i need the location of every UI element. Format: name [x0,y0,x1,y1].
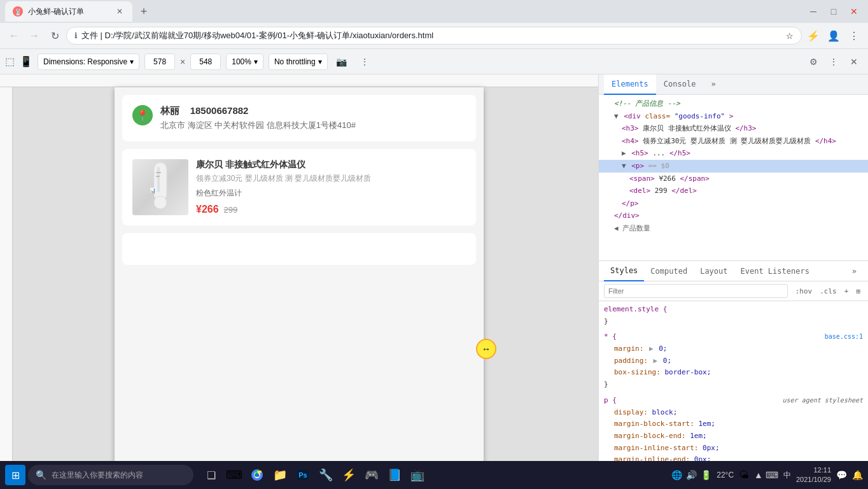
html-span-price[interactable]: <span> ¥266 </span> [599,173,868,185]
taskbar-tv-icon[interactable]: 📺 [407,465,428,485]
taskbar-search[interactable]: 🔍 在这里输入你要搜索的内容 [28,465,193,485]
system-clock[interactable]: 12:11 2021/10/29 [796,465,831,485]
menu-button[interactable]: ⋮ [845,27,863,45]
dimensions-select[interactable]: Dimensions: Responsive ▾ [38,53,139,70]
taskbar-tool-icon[interactable]: 🔧 [316,465,336,485]
html-h4-line[interactable]: <h4> 领券立减30元 婴儿级材质 测 婴儿级材质婴儿级材质 </h4> [599,135,868,148]
tab-more[interactable]: » [846,261,863,281]
styles-content: element.style { } * { base.css:1 margin:… [599,301,868,485]
notification-icon[interactable]: 🔔 [852,470,863,480]
search-placeholder-text: 在这里输入你要搜索的内容 [52,470,143,481]
person-name: 林丽 18500667882 [160,105,466,117]
tab-console[interactable]: Console [656,74,704,95]
capture-screenshot-icon[interactable]: 📷 [333,53,351,71]
chevron-up-icon[interactable]: ▲ [754,470,763,480]
device-mode-icon[interactable]: 📱 [20,55,32,67]
tab-close-button[interactable]: ✕ [115,6,125,17]
taskbar-app-icon[interactable]: 🎮 [361,465,382,485]
ime-indicator: 中 [783,470,791,481]
html-h5-line[interactable]: ▶ <h5> ... </h5> [599,147,868,160]
refresh-button[interactable]: ↻ [46,27,64,45]
new-tab-button[interactable]: + [135,3,153,20]
forward-button[interactable]: → [25,27,43,45]
styles-filter: :hov .cls + ⊞ [599,281,868,301]
task-view-button[interactable]: ❑ [201,465,221,485]
url-bar[interactable]: ℹ 文件 | D:/学院/武汉前端就业70期/移动web04/01-案例/01-… [66,27,802,45]
element-style-close: } [604,316,863,328]
zoom-select[interactable]: 100% ▾ [226,53,263,70]
devtools-toolbar: ⬚ 📱 Dimensions: Responsive ▾ × 100% ▾ No… [0,49,868,74]
style-source[interactable]: base.css:1 [825,331,863,342]
expand-margin-icon[interactable]: ▶ [649,344,654,353]
html-del-price[interactable]: <del> 299 </del> [599,185,868,197]
svg-rect-1 [157,167,160,192]
weather-icon: 🌤 [739,469,749,481]
cursor-arrow-icon: ↔ [482,344,491,354]
temperature-area: 22°C 🌤 [717,469,749,481]
network-icon[interactable]: 🌐 [671,470,682,480]
active-tab[interactable]: 🐰 小兔鲜-确认订单 ✕ [5,1,132,22]
product-desc: 领券立减30元 婴儿级材质 测 婴儿级材质婴儿级材质 [196,173,466,184]
tab-elements[interactable]: Elements [604,74,656,95]
svg-rect-4 [156,176,160,177]
height-input[interactable] [190,53,221,70]
p-selector-line: p { user agent stylesheet [604,395,863,407]
close-devtools-icon[interactable]: ✕ [845,53,863,71]
taskbar-explorer-icon[interactable]: ⌨ [224,465,244,485]
tab-event-listeners[interactable]: Event Listeners [734,261,816,281]
hov-filter-button[interactable]: :hov [793,286,815,297]
back-button[interactable]: ← [5,27,23,45]
taskbar-folder-icon[interactable]: 📁 [270,465,290,485]
settings-icon[interactable]: ⚙ [804,53,822,71]
expand-styles-button[interactable]: ⊞ [853,286,863,297]
close-window-button[interactable]: ✕ [845,3,863,20]
profile-button[interactable]: 👤 [825,27,843,45]
display-prop: display: block; [604,407,863,419]
html-h3-line[interactable]: <h3> 康尔贝 非接触式红外体温仪 </h3> [599,122,868,135]
tab-title: 小兔鲜-确认订单 [28,6,84,17]
windows-icon: ⊞ [11,469,20,481]
taskbar-vscode-icon[interactable]: ⚡ [339,465,359,485]
inspect-icon[interactable]: ⬚ [5,55,15,67]
tab-layout[interactable]: Layout [694,261,734,281]
address-detail: 北京市 海淀区 中关村软件园 信息科技大厦1号楼410# [160,120,466,131]
tab-computed[interactable]: Computed [644,261,694,281]
more-options-icon[interactable]: ⋮ [356,53,374,71]
product-img-inner: 📊 [132,159,188,215]
box-sizing-prop: box-sizing: border-box; [604,367,863,379]
temperature-display: 22°C [717,471,734,479]
start-button[interactable]: ⊞ [5,465,25,485]
notification-bell-icon[interactable]: 💬 [836,470,847,480]
html-p-selected[interactable]: ▼ <p> == $0 [599,160,868,173]
filter-input[interactable] [604,284,788,298]
html-div-close: </div> [599,209,868,222]
html-goods-info-open[interactable]: ▼ <div class= "goods-info" > [599,110,868,123]
product-name: 康尔贝 非接触式红外体温仪 [196,159,466,171]
keyboard-icon[interactable]: ⌨ [766,470,778,480]
taskbar-ps-icon[interactable]: Ps [293,465,313,485]
location-pin-icon: 📍 [132,105,153,125]
product-card: 📊 康尔贝 非接触式红外体温仪 领券立减30元 婴儿级材质 测 婴儿级材质婴儿级… [122,149,476,225]
tab-bar: 🐰 小兔鲜-确认订单 ✕ + ─ □ ✕ [0,0,868,23]
devtools-more-icon[interactable]: ⋮ [825,53,843,71]
extensions-button[interactable]: ⚡ [804,27,822,45]
taskbar-chrome-icon[interactable] [247,465,267,485]
tab-styles[interactable]: Styles [604,261,644,281]
taskbar-app2-icon[interactable]: 📘 [384,465,405,485]
minimize-button[interactable]: ─ [804,3,822,20]
speaker-icon[interactable]: 🔊 [686,470,697,480]
add-style-button[interactable]: + [842,286,851,297]
current-price: ¥266 [196,204,219,215]
throttle-select[interactable]: No throttling ▾ [269,53,328,70]
cls-filter-button[interactable]: .cls [817,286,839,297]
devtools-tabs: Elements Console » [599,74,868,95]
maximize-button[interactable]: □ [825,3,843,20]
chevron-down-icon: ▾ [130,57,134,66]
width-input[interactable] [144,53,175,70]
battery-icon[interactable]: 🔋 [701,470,711,480]
svg-rect-0 [154,162,167,201]
bookmark-icon[interactable]: ☆ [786,31,794,41]
tab-more[interactable]: » [703,74,723,95]
expand-padding-icon[interactable]: ▶ [654,357,658,365]
mobile-content: 📍 林丽 18500667882 北京市 海淀区 中关村软件园 信息科技大厦1号… [115,87,484,474]
